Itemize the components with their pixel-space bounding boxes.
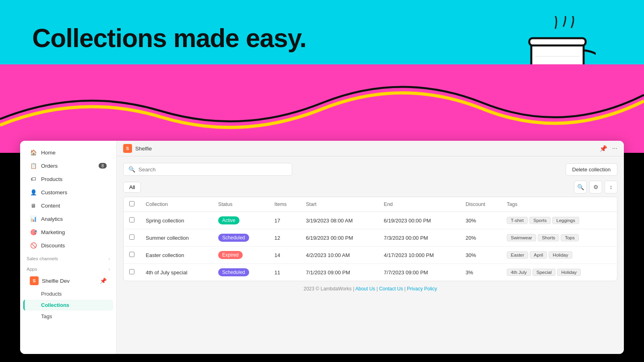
apps-section[interactable]: Apps › <box>20 263 116 273</box>
row-checkbox-2[interactable] <box>129 252 134 257</box>
cell-start-3: 7/1/2023 09:00 PM <box>300 264 378 281</box>
table-row: Spring collection Active 17 3/19/2023 08… <box>124 212 617 229</box>
table-row: Summer collection Scheduled 12 6/19/2023… <box>124 229 617 247</box>
footer-contact-link[interactable]: Contact Us <box>379 286 403 292</box>
status-badge-3: Scheduled <box>218 268 249 276</box>
apps-label: Apps <box>27 267 37 272</box>
sidebar-item-customers[interactable]: 👤 Customers <box>23 186 113 199</box>
cell-items-1: 12 <box>269 229 300 247</box>
footer-about-link[interactable]: About Us <box>355 286 375 292</box>
orders-badge: 8 <box>99 163 107 169</box>
sidebar-sub-tags[interactable]: Tags <box>23 311 113 322</box>
pin-icon: 📌 <box>100 278 107 284</box>
search-filter-icon[interactable]: 🔍 <box>574 181 587 193</box>
sidebar-label-marketing: Marketing <box>41 229 65 235</box>
filter-tabs: All 🔍 ⚙ ↕ <box>123 181 617 193</box>
sales-channels-label: Sales channels <box>27 256 58 261</box>
sidebar-item-marketing[interactable]: 🎯 Marketing <box>23 226 113 239</box>
sidebar-label-content: Content <box>41 203 60 209</box>
cell-collection-1: Summer collection <box>140 229 213 247</box>
sidebar-sub-collections[interactable]: Collections <box>23 300 113 311</box>
products-icon: 🏷 <box>30 175 37 183</box>
shelfie-dev-row[interactable]: S Shelfie Dev 📌 <box>23 274 113 288</box>
pin-top-icon[interactable]: 📌 <box>599 145 607 152</box>
sidebar-item-discounts[interactable]: 🚫 Discounts <box>23 239 113 252</box>
table-row: 4th of July special Scheduled 11 7/1/202… <box>124 264 617 281</box>
sidebar-item-content[interactable]: 🖥 Content <box>23 199 113 212</box>
tag-chip: Leggings <box>552 217 579 224</box>
cell-discount-2: 30% <box>460 247 501 264</box>
search-input[interactable] <box>138 167 287 173</box>
tag-chip: Swimwear <box>507 234 536 241</box>
sales-channels-chevron: › <box>109 257 110 261</box>
content-body: 🔍 Delete collection All 🔍 ⚙ ↕ <box>117 156 624 354</box>
sidebar-label-home: Home <box>41 150 56 156</box>
row-checkbox-cell[interactable] <box>124 247 140 264</box>
row-checkbox-3[interactable] <box>129 269 134 274</box>
footer-copyright: 2023 © LambdaWorks | <box>303 286 354 292</box>
tag-chip: 4th July <box>507 269 531 276</box>
sidebar-sub-products[interactable]: Products <box>23 288 113 299</box>
sidebar-item-home[interactable]: 🏠 Home <box>23 146 113 159</box>
cell-status-1: Scheduled <box>213 229 269 247</box>
sidebar-label-orders: Orders <box>41 163 58 169</box>
store-name: Shelfie <box>135 146 152 152</box>
tag-chip: Sports <box>529 217 551 224</box>
sidebar-item-products[interactable]: 🏷 Products <box>23 173 113 185</box>
orders-icon: 📋 <box>30 162 37 169</box>
col-header-items: Items <box>269 197 300 212</box>
cell-collection-2: Easter collection <box>140 247 213 264</box>
cell-collection-0: Spring collection <box>140 212 213 229</box>
status-badge-1: Scheduled <box>218 234 249 242</box>
tag-chip: Easter <box>507 251 528 259</box>
marketing-icon: 🎯 <box>30 228 37 236</box>
tag-chip: Special <box>533 269 556 276</box>
cell-status-0: Active <box>213 212 269 229</box>
discounts-icon: 🚫 <box>30 242 37 249</box>
col-header-status: Status <box>213 197 269 212</box>
select-all-checkbox[interactable] <box>129 201 134 206</box>
tag-chip: April <box>530 251 547 259</box>
col-header-tags: Tags <box>501 197 617 212</box>
cell-tags-3: 4th JulySpecialHoliday <box>501 264 617 281</box>
status-badge-0: Active <box>218 216 239 224</box>
customers-icon: 👤 <box>30 189 37 196</box>
delete-collection-button[interactable]: Delete collection <box>566 163 617 176</box>
row-checkbox-0[interactable] <box>129 217 134 222</box>
tab-all[interactable]: All <box>123 182 141 193</box>
more-icon[interactable]: ··· <box>612 145 617 152</box>
tag-chip: Tops <box>561 234 578 241</box>
search-box: 🔍 <box>123 163 292 176</box>
cell-status-3: Scheduled <box>213 264 269 281</box>
col-header-collection: Collection <box>140 197 213 212</box>
search-icon: 🔍 <box>128 166 135 173</box>
cell-tags-0: T-shirtSportsLeggings <box>501 212 617 229</box>
cell-end-0: 6/19/2023 00:00 PM <box>378 212 460 229</box>
cell-end-3: 7/7/2023 09:00 PM <box>378 264 460 281</box>
footer-privacy-link[interactable]: Privacy Policy <box>407 286 437 292</box>
row-checkbox-cell[interactable] <box>124 264 140 281</box>
top-bar: S Shelfie 📌 ··· <box>117 141 624 156</box>
content-footer: 2023 © LambdaWorks | About Us | Contact … <box>123 281 617 296</box>
store-logo: S <box>123 144 132 153</box>
row-checkbox-cell[interactable] <box>124 229 140 247</box>
row-checkbox-cell[interactable] <box>124 212 140 229</box>
sidebar-label-customers: Customers <box>41 189 67 195</box>
row-checkbox-1[interactable] <box>129 234 134 240</box>
cell-items-3: 11 <box>269 264 300 281</box>
sort-icon[interactable]: ↕ <box>605 181 617 193</box>
shelfie-dev-label: Shelfie Dev <box>42 278 70 284</box>
filter-icon[interactable]: ⚙ <box>589 181 602 193</box>
cell-end-2: 4/17/2023 10:000 PM <box>378 247 460 264</box>
status-badge-2: Expired <box>218 251 243 259</box>
sidebar-item-analytics[interactable]: 📊 Analytics <box>23 212 113 225</box>
sidebar: 🏠 Home 📋 Orders 8 🏷 Products 👤 Customers… <box>20 141 117 354</box>
cell-tags-1: SwimwearShortsTops <box>501 229 617 247</box>
sidebar-item-orders[interactable]: 📋 Orders 8 <box>23 159 113 172</box>
cell-tags-2: EasterAprilHoliday <box>501 247 617 264</box>
collections-table: Collection Status Items Start End Discou… <box>123 197 617 281</box>
search-actions-row: 🔍 Delete collection <box>123 163 617 176</box>
sales-channels-section[interactable]: Sales channels › <box>20 252 116 263</box>
app-window: 🏠 Home 📋 Orders 8 🏷 Products 👤 Customers… <box>20 141 624 354</box>
apps-chevron: › <box>109 267 110 272</box>
